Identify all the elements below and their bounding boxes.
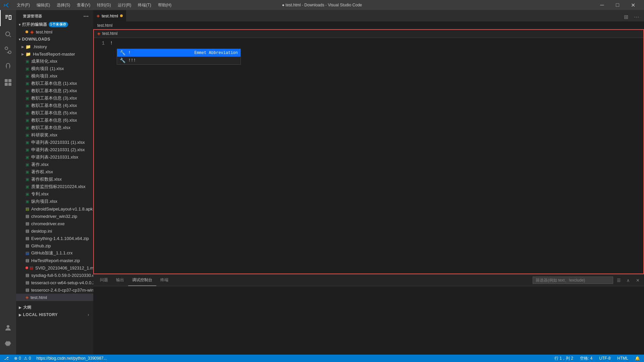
file-tesserocr[interactable]: ▤ tesserocr-2.4.0-cp37-cp37m-win_a...: [16, 286, 93, 294]
history-folder-item[interactable]: ▶ 📁 .history: [16, 43, 93, 50]
file-apk[interactable]: ▤ AndroidSwipeLayout-v1.1.8.apk: [16, 205, 93, 213]
local-history-section-header[interactable]: ▶ LOCAL HISTORY ›: [16, 311, 93, 318]
autocomplete-item-2[interactable]: 🔧 !!!: [117, 57, 240, 64]
status-feedback[interactable]: 🔔: [634, 355, 641, 362]
file-chromeexe[interactable]: ▤ chromedriver.exe: [16, 220, 93, 227]
activity-debug[interactable]: [0, 58, 16, 74]
file-hengxiang1[interactable]: ▣ 横向项目 (1).xlsx: [16, 65, 93, 72]
open-editor-file[interactable]: ◈ test.html: [16, 28, 93, 36]
status-encoding[interactable]: UTF-8: [598, 355, 612, 362]
panel-filter-input[interactable]: [533, 277, 613, 284]
file-zhuzuoshuju[interactable]: ▣ 著作权数据.xlsx: [16, 176, 93, 183]
panel-tab-output[interactable]: 输出: [112, 275, 128, 286]
file-zhiliang[interactable]: ▣ 质量监控指标20210224.xlsx: [16, 183, 93, 190]
menu-select[interactable]: 选择(S): [54, 2, 73, 9]
minimize-button[interactable]: ─: [594, 0, 610, 10]
panel-close-btn[interactable]: ✕: [634, 277, 641, 284]
autocomplete-item-1[interactable]: 🔧 ! Emmet Abbreviation: [117, 49, 240, 57]
status-language[interactable]: HTML: [616, 355, 630, 362]
menu-goto[interactable]: 转到(G): [94, 2, 113, 9]
panel-tab-problems[interactable]: 问题: [96, 275, 112, 286]
file-zhuzuo[interactable]: ▣ 著作.xlsx: [16, 161, 93, 168]
split-editor-button[interactable]: ⊞: [621, 12, 631, 21]
line-content-1[interactable]: !: [110, 41, 644, 47]
panel-collapse-btn[interactable]: ∧: [625, 277, 632, 284]
status-errors[interactable]: ⊗ 0 ⚠ 0: [13, 355, 32, 362]
status-spaces[interactable]: 空格: 4: [579, 355, 594, 362]
encoding-text: UTF-8: [599, 356, 610, 361]
status-branch[interactable]: ⎇: [3, 355, 10, 362]
maximize-button[interactable]: □: [610, 0, 625, 10]
activity-explorer[interactable]: [0, 10, 16, 26]
file-jiao1[interactable]: ▣ 教职工基本信息 (1).xlsx: [16, 80, 93, 87]
file-githubcrx[interactable]: ▤ GitHub加速_1.1.1.crx: [16, 249, 93, 257]
folder-icon-2: 📁: [25, 52, 31, 57]
status-position[interactable]: 行 1，列 2: [553, 355, 575, 362]
tab-testhtml[interactable]: ◈ test.html: [93, 10, 126, 21]
activity-account[interactable]: [0, 320, 16, 336]
more-actions-button[interactable]: ⋯: [632, 12, 641, 21]
panel-tab-right: ☰ ∧ ✕: [533, 277, 641, 284]
file-jiao3[interactable]: ▣ 教职工基本信息 (3).xlsx: [16, 95, 93, 102]
menu-run[interactable]: 运行(R): [115, 2, 134, 9]
file-keyan[interactable]: ▣ 科研获奖.xlsx: [16, 131, 93, 139]
excel-icon-1: ▣: [25, 59, 29, 64]
code-editor[interactable]: 1 ! 🔧 ! Emmet Abbreviation 🔧 !!!: [93, 38, 644, 274]
hwtestreport-folder-item[interactable]: ▶ 📁 HwTestReport-master: [16, 50, 93, 58]
file-zhuzuoquan[interactable]: ▣ 著作权.xlsx: [16, 168, 93, 176]
file-svid[interactable]: ▤ SVID_20210406_192312_1.mp4: [16, 264, 93, 272]
file-desktop[interactable]: ▤ desktop.ini: [16, 227, 93, 235]
autocomplete-dropdown[interactable]: 🔧 ! Emmet Abbreviation 🔧 !!!: [117, 49, 241, 65]
file-name-jiao6: 教职工基本信息 (6).xlsx: [31, 117, 77, 123]
file-hwzip[interactable]: ▤ HwTestReport-master.zip: [16, 257, 93, 264]
file-jiao4[interactable]: ▣ 教职工基本信息 (4).xlsx: [16, 102, 93, 109]
file-jiao-base[interactable]: ▣ 教职工基本信息.xlsx: [16, 124, 93, 131]
menu-terminal[interactable]: 终端(T): [135, 2, 154, 9]
outline-section-header[interactable]: ▶ 大纲: [16, 304, 93, 311]
panel-tab-debug[interactable]: 调试控制台: [128, 275, 156, 286]
panel-list-btn[interactable]: ☰: [615, 277, 623, 284]
file-name-zhuzuo: 著作.xlsx: [31, 162, 49, 168]
sidebar-title: 资源管理器: [23, 14, 42, 19]
editor-area: ◈ test.html ⊞ ⋯ test.html ◈ test.html: [93, 10, 644, 355]
file-chromezip[interactable]: ▤ chromedriver_win32.zip: [16, 213, 93, 220]
file-sysdiag[interactable]: ▤ sysdiag-full-5.0.59.0-20210330.exe: [16, 272, 93, 279]
menu-help[interactable]: 帮助(H): [155, 2, 174, 9]
status-url[interactable]: https://blog.csdn.net/python_3390987...: [35, 355, 108, 362]
svg-rect-3: [5, 83, 8, 86]
activity-scm[interactable]: [0, 42, 16, 58]
file-name-zhuzuoquan: 著作权.xlsx: [31, 169, 53, 175]
file-jiao2[interactable]: ▣ 教职工基本信息 (2).xlsx: [16, 87, 93, 95]
file-shenqing-base[interactable]: ▣ 申请列表-20210331.xlsx: [16, 154, 93, 161]
sidebar-content[interactable]: ▾ 打开的编辑器 1个未保存 ◈ test.html ▾ DOWNLOADS ▶…: [16, 21, 93, 355]
file-testhtml[interactable]: ◈ test.html: [16, 294, 93, 301]
file-name-shenqing-base: 申请列表-20210331.xlsx: [31, 154, 78, 160]
file-jiao5[interactable]: ▣ 教职工基本信息 (5).xlsx: [16, 109, 93, 117]
file-jiao6[interactable]: ▣ 教职工基本信息 (6).xlsx: [16, 117, 93, 124]
open-editors-section-header[interactable]: ▾ 打开的编辑器 1个未保存: [16, 21, 93, 28]
file-everything[interactable]: ▤ Everything-1.4.1.1004.x64.zip: [16, 235, 93, 242]
file-github[interactable]: ▤ Github.zip: [16, 242, 93, 249]
panel-tabs: 问题 输出 调试控制台 终端 ☰ ∧ ✕: [93, 275, 644, 286]
ini-icon: ▤: [25, 229, 29, 233]
file-chengguo[interactable]: ▣ 成果转化.xlsx: [16, 58, 93, 65]
new-file-icon[interactable]: ⋯: [83, 13, 89, 19]
activity-settings[interactable]: [0, 336, 16, 352]
menu-view[interactable]: 查看(V): [74, 2, 93, 9]
file-zongxiang[interactable]: ▣ 纵向项目.xlsx: [16, 198, 93, 205]
file-shenqing2[interactable]: ▣ 申请列表-20210331 (2).xlsx: [16, 146, 93, 154]
menu-edit[interactable]: 编辑(E): [34, 2, 53, 9]
activity-search[interactable]: [0, 26, 16, 42]
file-shenqing1[interactable]: ▣ 申请列表-20210331 (1).xlsx: [16, 139, 93, 146]
file-name-tesserocr: tesserocr-2.4.0-cp37-cp37m-win_a...: [31, 288, 93, 293]
close-button[interactable]: ✕: [625, 0, 641, 10]
file-hengxiang[interactable]: ▣ 横向项目.xlsx: [16, 72, 93, 80]
downloads-section-header[interactable]: ▾ DOWNLOADS: [16, 36, 93, 43]
excel-icon-17: ▣: [25, 177, 29, 182]
activity-extensions[interactable]: [0, 74, 16, 90]
file-tesseract[interactable]: ▤ tesseract-ocr-w64-setup-v4.0.0.2018...…: [16, 279, 93, 286]
file-zhuanli[interactable]: ▣ 专利.xlsx: [16, 190, 93, 198]
sidebar-header-icons: ⋯: [83, 13, 89, 19]
menu-file[interactable]: 文件(F): [14, 2, 33, 9]
panel-tab-terminal[interactable]: 终端: [156, 275, 172, 286]
